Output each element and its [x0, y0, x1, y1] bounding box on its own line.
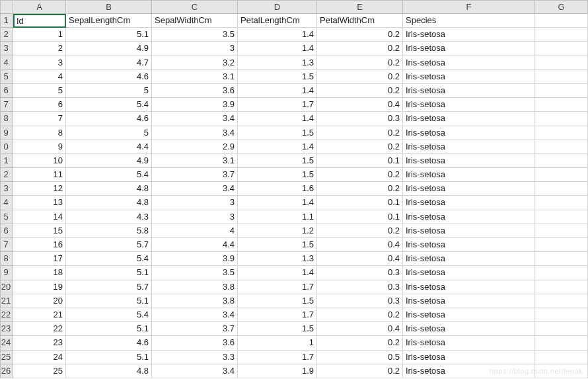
cell-g22[interactable]: [535, 308, 588, 322]
cell-b9[interactable]: 5: [66, 126, 152, 140]
column-header-f[interactable]: F: [403, 0, 535, 14]
cell-b3[interactable]: 4.9: [66, 42, 152, 56]
cell-e12[interactable]: 0.2: [317, 168, 403, 182]
cell-b26[interactable]: 4.8: [66, 364, 152, 378]
cell-d4[interactable]: 1.3: [238, 56, 317, 70]
cell-a26[interactable]: 25: [13, 364, 66, 378]
cell-f20[interactable]: Iris-setosa: [403, 280, 535, 294]
cell-c9[interactable]: 3.4: [152, 126, 238, 140]
row-header[interactable]: 22: [0, 308, 13, 322]
row-header[interactable]: 0: [0, 140, 13, 154]
cell-c10[interactable]: 2.9: [152, 140, 238, 154]
cell-b22[interactable]: 5.4: [66, 308, 152, 322]
cell-c22[interactable]: 3.4: [152, 308, 238, 322]
cell-f15[interactable]: Iris-setosa: [403, 210, 535, 224]
row-header[interactable]: 23: [0, 322, 13, 336]
cell-g20[interactable]: [535, 280, 588, 294]
cell-e19[interactable]: 0.3: [317, 266, 403, 280]
cell-a20[interactable]: 19: [13, 280, 66, 294]
row-header[interactable]: 8: [0, 112, 13, 126]
cell-e10[interactable]: 0.2: [317, 140, 403, 154]
cell-d15[interactable]: 1.1: [238, 210, 317, 224]
cell-f6[interactable]: Iris-setosa: [403, 84, 535, 98]
cell-e7[interactable]: 0.4: [317, 98, 403, 112]
cell-e21[interactable]: 0.3: [317, 294, 403, 308]
cell-f4[interactable]: Iris-setosa: [403, 56, 535, 70]
row-header[interactable]: 4: [0, 56, 13, 70]
cell-c12[interactable]: 3.7: [152, 168, 238, 182]
cell-e20[interactable]: 0.3: [317, 280, 403, 294]
cell-g15[interactable]: [535, 210, 588, 224]
cell-f12[interactable]: Iris-setosa: [403, 168, 535, 182]
cell-e9[interactable]: 0.2: [317, 126, 403, 140]
row-header[interactable]: 24: [0, 336, 13, 350]
cell-e6[interactable]: 0.2: [317, 84, 403, 98]
cell-f23[interactable]: Iris-setosa: [403, 322, 535, 336]
cell-b18[interactable]: 5.4: [66, 252, 152, 266]
cell-b12[interactable]: 5.4: [66, 168, 152, 182]
cell-c16[interactable]: 4: [152, 224, 238, 238]
column-header-g[interactable]: G: [535, 0, 588, 14]
cell-f18[interactable]: Iris-setosa: [403, 252, 535, 266]
cell-c15[interactable]: 3: [152, 210, 238, 224]
cell-a7[interactable]: 6: [13, 98, 66, 112]
cell-g6[interactable]: [535, 84, 588, 98]
cell-d1[interactable]: PetalLengthCm: [238, 14, 317, 28]
cell-b24[interactable]: 4.6: [66, 336, 152, 350]
cell-a10[interactable]: 9: [13, 140, 66, 154]
cell-a22[interactable]: 21: [13, 308, 66, 322]
cell-a12[interactable]: 11: [13, 168, 66, 182]
cell-b7[interactable]: 5.4: [66, 98, 152, 112]
row-header[interactable]: 21: [0, 294, 13, 308]
cell-e13[interactable]: 0.2: [317, 182, 403, 196]
row-header[interactable]: 7: [0, 238, 13, 252]
cell-c4[interactable]: 3.2: [152, 56, 238, 70]
cell-f22[interactable]: Iris-setosa: [403, 308, 535, 322]
cell-e26[interactable]: 0.2: [317, 364, 403, 378]
row-header[interactable]: 1: [0, 154, 13, 168]
cell-a5[interactable]: 4: [13, 70, 66, 84]
cell-g24[interactable]: [535, 336, 588, 350]
cell-f9[interactable]: Iris-setosa: [403, 126, 535, 140]
cell-d9[interactable]: 1.5: [238, 126, 317, 140]
cell-g16[interactable]: [535, 224, 588, 238]
cell-b13[interactable]: 4.8: [66, 182, 152, 196]
cell-b15[interactable]: 4.3: [66, 210, 152, 224]
cell-e11[interactable]: 0.1: [317, 154, 403, 168]
cell-d26[interactable]: 1.9: [238, 364, 317, 378]
cell-d20[interactable]: 1.7: [238, 280, 317, 294]
cell-g5[interactable]: [535, 70, 588, 84]
cell-c13[interactable]: 3.4: [152, 182, 238, 196]
cell-b14[interactable]: 4.8: [66, 196, 152, 210]
cell-f1[interactable]: Species: [403, 14, 535, 28]
row-header[interactable]: 26: [0, 364, 13, 378]
cell-g23[interactable]: [535, 322, 588, 336]
cell-d24[interactable]: 1: [238, 336, 317, 350]
cell-g19[interactable]: [535, 266, 588, 280]
cell-e23[interactable]: 0.4: [317, 322, 403, 336]
row-header[interactable]: 3: [0, 182, 13, 196]
cell-e1[interactable]: PetalWidthCm: [317, 14, 403, 28]
cell-b6[interactable]: 5: [66, 84, 152, 98]
cell-e22[interactable]: 0.2: [317, 308, 403, 322]
cell-g7[interactable]: [535, 98, 588, 112]
cell-a9[interactable]: 8: [13, 126, 66, 140]
cell-e25[interactable]: 0.5: [317, 351, 403, 364]
cell-d8[interactable]: 1.4: [238, 112, 317, 126]
cell-e8[interactable]: 0.3: [317, 112, 403, 126]
cell-e16[interactable]: 0.2: [317, 224, 403, 238]
cell-b4[interactable]: 4.7: [66, 56, 152, 70]
cell-g8[interactable]: [535, 112, 588, 126]
cell-d3[interactable]: 1.4: [238, 42, 317, 56]
cell-a18[interactable]: 17: [13, 252, 66, 266]
cell-d25[interactable]: 1.7: [238, 351, 317, 364]
row-header[interactable]: 5: [0, 210, 13, 224]
cell-d17[interactable]: 1.5: [238, 238, 317, 252]
cell-c14[interactable]: 3: [152, 196, 238, 210]
cell-g14[interactable]: [535, 196, 588, 210]
column-header-b[interactable]: B: [66, 0, 152, 14]
cell-d13[interactable]: 1.6: [238, 182, 317, 196]
column-header-c[interactable]: C: [152, 0, 238, 14]
cell-f26[interactable]: Iris-setosa: [403, 364, 535, 378]
row-header[interactable]: 7: [0, 98, 13, 112]
